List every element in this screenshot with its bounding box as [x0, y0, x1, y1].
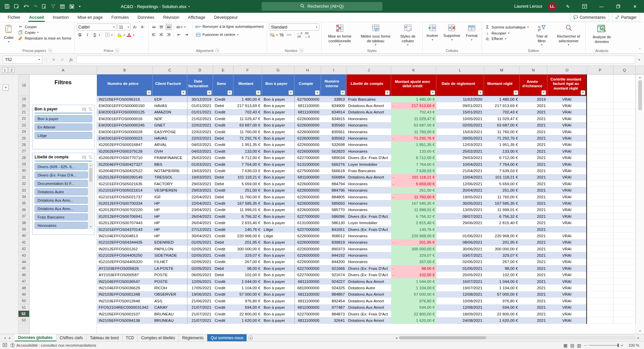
- copy-button[interactable]: Copier▾: [17, 30, 72, 35]
- cell-E31[interactable]: Debit: [213, 174, 233, 181]
- cell-D53[interactable]: 21/07/2021: [187, 317, 213, 323]
- cell-B30[interactable]: IG2004EFFOS00432522: [97, 167, 153, 174]
- cell-P50[interactable]: [587, 298, 613, 304]
- cell-Q41[interactable]: [613, 239, 636, 246]
- cell-F40[interactable]: 220 968,00 €: [233, 233, 262, 239]
- cell-G20[interactable]: Bon à payer: [262, 102, 294, 109]
- delete-cells-button[interactable]: Supprimer▾: [441, 23, 463, 43]
- column-header-F[interactable]: Montant▼: [233, 74, 262, 96]
- cell-L47[interactable]: 16/07/2021: [436, 278, 484, 285]
- column-letter-H[interactable]: H: [294, 66, 321, 74]
- row-header-50[interactable]: 50: [18, 298, 29, 304]
- cell-E47[interactable]: Credit: [213, 278, 233, 285]
- cell-N38[interactable]: 2021: [520, 219, 547, 226]
- cell-Q23[interactable]: [613, 122, 636, 129]
- cell-L22[interactable]: 10/05/2021: [436, 115, 484, 122]
- undo-button[interactable]: ↶▾: [23, 4, 29, 9]
- cell-G44[interactable]: Bon à payer: [262, 259, 294, 265]
- cell-G45[interactable]: Bon à payer: [262, 265, 294, 271]
- cell-F33[interactable]: 251,00 €: [233, 187, 262, 193]
- cell-H49[interactable]: 6811100000: [294, 291, 321, 298]
- cell-D21[interactable]: 01/01/2021: [187, 109, 213, 115]
- cell-G35[interactable]: Bon à payer: [262, 200, 294, 206]
- cell-F42[interactable]: 300 000,00 €: [233, 246, 262, 252]
- cell-L43[interactable]: 03/07/2021: [436, 252, 484, 258]
- cell-P22[interactable]: [587, 115, 613, 122]
- cell-J40[interactable]: Honoraires: [346, 233, 391, 239]
- cell-B44[interactable]: IG2102EFFOS04405320: [97, 259, 153, 265]
- cell-I20[interactable]: 834909: [321, 102, 346, 109]
- filter-dropdown-icon[interactable]: ▼: [256, 90, 261, 95]
- cell-N40[interactable]: 2021: [520, 233, 547, 239]
- cell-L25[interactable]: 09/05/2021: [436, 135, 484, 141]
- zoom-knob[interactable]: [618, 344, 619, 347]
- row-header-34[interactable]: 34: [18, 194, 29, 200]
- cell-O51[interactable]: VRAI: [547, 304, 587, 311]
- column-letter-K[interactable]: K: [391, 66, 436, 74]
- scroll-down-icon[interactable]: ▼: [639, 328, 641, 334]
- cell-G32[interactable]: Bon à payer: [262, 181, 294, 187]
- cell-H19[interactable]: 6275000000: [294, 96, 321, 102]
- cell-E24[interactable]: Credit: [213, 129, 233, 135]
- cell-I49[interactable]: 884867: [321, 291, 346, 298]
- cell-N43[interactable]: 2021: [520, 252, 547, 258]
- analyze-data-button[interactable]: Analyse de données: [588, 23, 616, 45]
- column-letter-O[interactable]: O: [547, 66, 587, 74]
- cell-B51[interactable]: FFOS2104REC0000031342: [97, 304, 153, 311]
- cell-F37[interactable]: 6 756,32 €: [233, 213, 262, 219]
- cell-G31[interactable]: Bon à payer: [262, 174, 294, 181]
- cell-M31[interactable]: 101 118,21 €: [484, 174, 520, 181]
- cell-B38[interactable]: IG2012EFFOS00707443: [97, 219, 153, 226]
- row-header-19[interactable]: 19: [18, 96, 29, 102]
- cell-H30[interactable]: 6275000000: [294, 167, 321, 174]
- insert-cells-button[interactable]: Insérer▾: [425, 23, 440, 43]
- cell-D25[interactable]: 22/02/2021: [187, 135, 213, 141]
- cell-J22[interactable]: Honoraires: [346, 115, 391, 122]
- cell-G53[interactable]: Bon à payer: [262, 317, 294, 323]
- row-header-24[interactable]: 24: [18, 129, 29, 135]
- cell-O38[interactable]: VRAI: [547, 219, 587, 226]
- cell-J45[interactable]: Divers (Ex: Frais D'Act: [346, 265, 391, 271]
- cell-Q32[interactable]: [613, 181, 636, 187]
- cell-H51[interactable]: 6811000000: [294, 304, 321, 311]
- cell-P39[interactable]: [587, 226, 613, 233]
- cell-F36[interactable]: 11 999,01 €: [233, 207, 262, 213]
- cell-Q24[interactable]: [613, 129, 636, 135]
- cell-B33[interactable]: IG2101EFFOS05021614: [97, 187, 153, 193]
- filter-dropdown-icon[interactable]: ▼: [541, 90, 546, 95]
- filter-dropdown-icon[interactable]: ▼: [207, 90, 212, 95]
- cell-L21[interactable]: 15/01/2021: [436, 109, 484, 115]
- cancel-icon[interactable]: ✕: [50, 57, 57, 62]
- cell-O22[interactable]: VRAI: [547, 115, 587, 122]
- cell-G38[interactable]: Bon à payer: [262, 219, 294, 226]
- cell-O44[interactable]: VRAI: [547, 259, 587, 265]
- clear-filter-icon[interactable]: [88, 107, 92, 111]
- cell-J25[interactable]: Honoraires: [346, 135, 391, 141]
- cell-F45[interactable]: 98,00 €: [233, 265, 262, 271]
- cell-M20[interactable]: 217 913,69 €: [484, 102, 520, 109]
- cell-N42[interactable]: 2021: [520, 246, 547, 252]
- cell-P40[interactable]: [587, 233, 613, 239]
- find-select-button[interactable]: Rechercher et sélectionner▾: [554, 23, 583, 48]
- column-letter-I[interactable]: I: [321, 66, 346, 74]
- cell-M26[interactable]: 1 951,35 €: [484, 142, 520, 148]
- filter-dropdown-icon[interactable]: ▼: [340, 90, 345, 95]
- cell-Q44[interactable]: [613, 259, 636, 265]
- cell-D35[interactable]: 22/04/2021: [187, 200, 213, 206]
- cell-I24[interactable]: 835561: [321, 129, 346, 135]
- column-letter-E[interactable]: E: [213, 66, 233, 74]
- cell-O28[interactable]: VRAI: [547, 155, 587, 161]
- slicer-scroll-thumb[interactable]: [89, 168, 92, 182]
- cell-P21[interactable]: [587, 109, 613, 115]
- cell-B19[interactable]: IN2105EFFOS0096315: [97, 96, 153, 102]
- row-header-46[interactable]: 46: [18, 272, 29, 278]
- cell-F28[interactable]: 6 712,00 €: [233, 155, 262, 161]
- sheet-tab-tcd[interactable]: TCD: [122, 334, 138, 341]
- cell-M45[interactable]: 98,00 €: [484, 265, 520, 271]
- row-header-51[interactable]: 51: [18, 304, 29, 311]
- cell-Q48[interactable]: [613, 285, 636, 291]
- cell-Q53[interactable]: [613, 317, 636, 323]
- cell-G48[interactable]: Bon à payer: [262, 285, 294, 291]
- paste-preview-icon[interactable]: [42, 4, 46, 9]
- cell-K34[interactable]: -11 760,00 €: [391, 194, 436, 200]
